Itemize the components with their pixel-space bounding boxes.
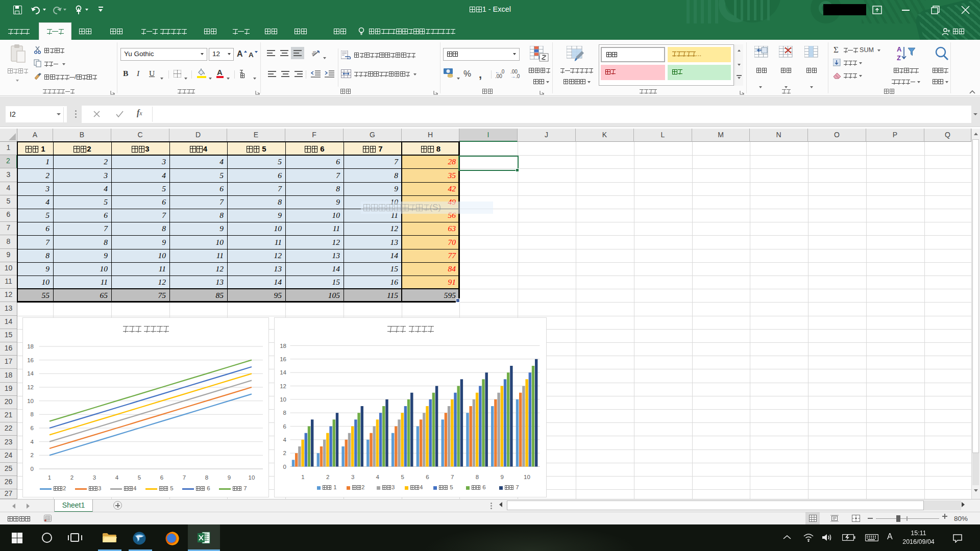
svg-text:12: 12 [280,383,286,389]
svg-text:18: 18 [27,343,34,349]
svg-text:0: 0 [283,464,286,470]
svg-text:4: 4 [115,474,119,481]
svg-text:14: 14 [27,370,34,377]
svg-text:6: 6 [160,474,163,481]
svg-text:8: 8 [205,474,208,481]
svg-text:10: 10 [27,398,34,404]
svg-text:4: 4 [376,474,380,480]
svg-text:1: 1 [48,474,51,481]
svg-text:A: A [897,45,902,53]
svg-text:4: 4 [283,437,287,443]
svg-text:6: 6 [426,474,429,480]
svg-text:0: 0 [31,466,34,472]
svg-text:9: 9 [228,474,231,481]
svg-text:6: 6 [283,423,286,430]
svg-text:10: 10 [249,474,255,481]
svg-text:9: 9 [500,474,503,480]
svg-text:5: 5 [138,474,141,481]
svg-text:1: 1 [301,474,304,480]
svg-text:7: 7 [183,474,186,481]
svg-text:3: 3 [93,474,96,481]
svg-text:10: 10 [280,396,286,403]
svg-text:ab: ab [312,49,317,57]
svg-text:12: 12 [27,384,34,390]
svg-text:8: 8 [283,410,286,416]
svg-text:7: 7 [451,474,454,480]
svg-text:4: 4 [31,439,34,445]
svg-text:2: 2 [283,450,286,456]
svg-text:16: 16 [280,356,286,362]
svg-text:8: 8 [31,411,34,417]
svg-text:14: 14 [280,369,286,375]
svg-text:2: 2 [326,474,329,480]
svg-text:3: 3 [351,474,354,480]
svg-text:Z: Z [897,54,901,62]
svg-text:16: 16 [27,357,34,363]
svg-text:10: 10 [524,474,530,480]
svg-text:5: 5 [401,474,404,480]
svg-text:2: 2 [31,452,34,458]
svg-text:18: 18 [280,343,286,349]
svg-text:8: 8 [476,474,479,480]
svg-text:2: 2 [70,474,74,481]
svg-text:6: 6 [31,425,34,431]
